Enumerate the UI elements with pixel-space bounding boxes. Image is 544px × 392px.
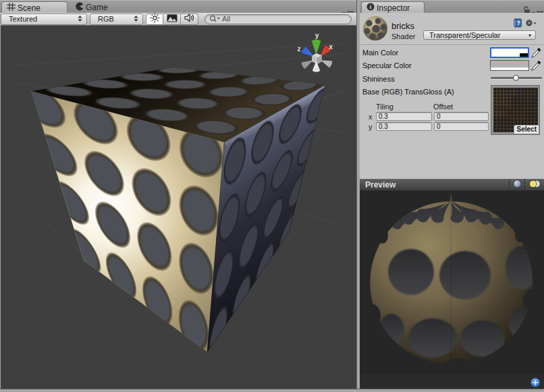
scene-canvas[interactable]: y x z	[1, 26, 356, 389]
shininess-label: Shininess	[362, 75, 395, 83]
plus-glyph	[531, 378, 540, 387]
game-glyph	[75, 2, 84, 11]
sun-icon	[150, 13, 160, 26]
material-preview-canvas[interactable]	[360, 191, 544, 389]
audio-toggle[interactable]	[181, 13, 198, 25]
sphere-icon	[513, 179, 522, 191]
chevron-down-icon: ▾	[528, 32, 531, 38]
tiling-x-field[interactable]	[376, 112, 432, 121]
slider-thumb[interactable]	[513, 75, 519, 81]
offset-header: Offset	[433, 103, 453, 111]
help-glyph: ?	[514, 18, 522, 28]
specular-color-alpha-bar	[491, 67, 528, 70]
search-icon	[209, 13, 221, 25]
specular-color-swatch[interactable]	[490, 60, 529, 71]
dropper-glyph	[531, 61, 541, 71]
scene-grid-icon	[7, 3, 16, 13]
searchmag-glyph	[209, 15, 221, 22]
toolbar-toggle-group	[146, 13, 198, 25]
photo-glyph	[167, 14, 178, 22]
gizmo-axis-y-label: y	[315, 32, 319, 39]
scene-toolbar: Textured RGB	[1, 13, 356, 26]
draw-mode-dropdown[interactable]: Textured	[1, 13, 87, 25]
updown-glyph	[134, 16, 138, 22]
base-map-label: Base (RGB) TransGloss (A)	[362, 88, 454, 96]
lightbtn-glyph	[528, 179, 541, 188]
main-color-alpha-bar	[520, 53, 528, 57]
tiling-x-input[interactable]	[377, 113, 431, 120]
tab-game[interactable]: Game	[70, 1, 114, 13]
tiling-y-input[interactable]	[377, 123, 431, 130]
ballbtn-glyph	[513, 179, 522, 188]
scene-lighting-toggle[interactable]	[146, 13, 163, 25]
render-mode-dropdown[interactable]: RGB	[90, 13, 143, 25]
tab-inspector-label: Inspector	[377, 3, 410, 13]
sun-glyph	[150, 13, 160, 23]
audio-glyph	[184, 13, 195, 22]
svg-text:?: ?	[517, 20, 521, 26]
texture-slot[interactable]: Select	[491, 85, 540, 135]
draw-mode-value: Textured	[9, 15, 37, 23]
offset-x-input[interactable]	[435, 113, 488, 120]
tiling-y-label: y	[369, 123, 373, 131]
shader-value: Transparent/Specular	[429, 31, 500, 39]
offset-x-field[interactable]	[434, 112, 489, 121]
offset-y-field[interactable]	[434, 122, 489, 131]
inspector-body: bricks ? Shader Transparent/Specular ▾ M…	[360, 13, 544, 179]
info-glyph: i	[366, 3, 375, 11]
material-ball-icon	[362, 16, 388, 41]
material-preview[interactable]	[360, 191, 544, 389]
skybox-fx-toggle[interactable]	[163, 13, 181, 25]
plus-icon	[531, 378, 540, 389]
info-icon: i	[366, 3, 375, 13]
shader-dropdown[interactable]: Transparent/Specular ▾	[423, 30, 536, 40]
updown-glyph	[78, 16, 82, 22]
game-icon	[75, 2, 84, 13]
header-separator	[360, 45, 544, 46]
specular-color-label: Specular Color	[362, 61, 412, 69]
unity-editor-window: Scene Game Textured RGB	[0, 0, 544, 392]
preview-header[interactable]: Preview	[360, 179, 544, 191]
light-toggle-icon	[528, 179, 541, 191]
preview-mesh-button[interactable]	[509, 179, 524, 191]
tab-game-label: Game	[86, 3, 108, 12]
main-color-eyedropper[interactable]	[531, 48, 541, 58]
offset-y-input[interactable]	[435, 123, 488, 130]
material-name: bricks	[391, 21, 414, 31]
search-input[interactable]	[222, 15, 346, 23]
preview-light-button[interactable]	[524, 179, 544, 191]
scene-panel: Scene Game Textured RGB	[0, 0, 356, 389]
main-color-swatch[interactable]	[490, 47, 529, 58]
updown-arrows-icon	[134, 15, 138, 23]
gear-icon[interactable]	[524, 18, 537, 30]
photo-icon	[167, 13, 178, 25]
tab-inspector[interactable]: i Inspector	[361, 1, 425, 13]
inspector-tabbar: i Inspector	[360, 0, 544, 13]
specular-color-eyedropper[interactable]	[531, 61, 541, 71]
tiling-header: Tiling	[376, 103, 393, 111]
gizmo-axis-x-label: x	[329, 43, 333, 51]
main-color-label: Main Color	[362, 49, 398, 57]
render-mode-value: RGB	[98, 15, 114, 23]
updown-arrows-icon	[78, 15, 82, 23]
tiling-y-field[interactable]	[376, 122, 432, 131]
scene-tabbar: Scene Game	[0, 0, 356, 13]
texture-select-button[interactable]: Select	[514, 125, 539, 134]
speaker-icon	[184, 13, 195, 25]
help-icon[interactable]: ?	[514, 18, 522, 30]
shininess-slider[interactable]	[491, 75, 542, 81]
material-preview-ball	[362, 16, 388, 41]
tiling-x-label: x	[369, 113, 373, 121]
shader-label: Shader	[391, 32, 415, 40]
preview-title: Preview	[365, 180, 509, 190]
gear-glyph	[524, 18, 537, 28]
grid-glyph	[7, 3, 16, 11]
add-button[interactable]	[531, 378, 540, 387]
tab-scene-label: Scene	[18, 3, 40, 13]
window-frame-bottom	[0, 389, 544, 392]
inspector-panel: i Inspector bricks ? Shader Transparent/…	[360, 0, 544, 389]
scene-search-field[interactable]	[205, 14, 352, 24]
dropper-glyph	[531, 48, 541, 58]
tab-scene[interactable]: Scene	[1, 1, 67, 13]
gizmo-axis-z-label: z	[298, 45, 301, 53]
